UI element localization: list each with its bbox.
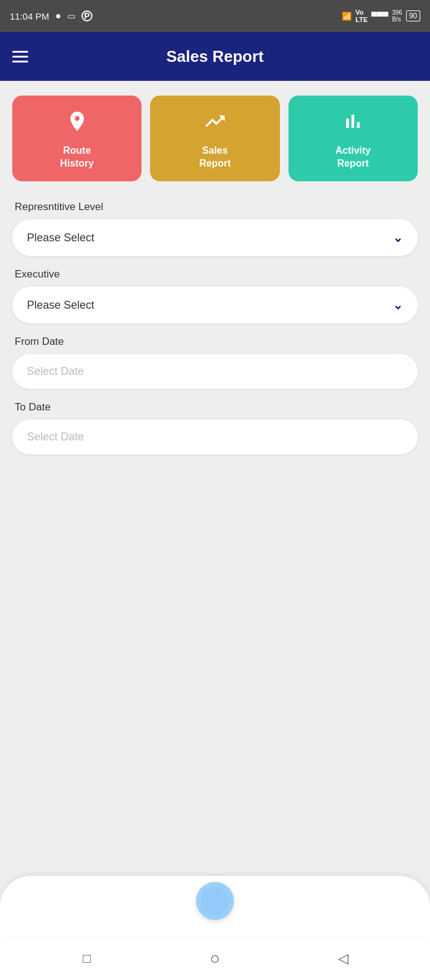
- to-date-section: To Date Select Date: [12, 401, 418, 454]
- executive-value: Please Select: [27, 299, 94, 312]
- fab-button[interactable]: [196, 882, 234, 920]
- executive-select[interactable]: Please Select ⌄: [12, 287, 418, 323]
- triangle-icon: ◁: [338, 951, 349, 967]
- circle-icon: ○: [210, 949, 221, 968]
- representative-level-chevron: ⌄: [393, 230, 403, 245]
- time-display: 11:04 PM: [10, 11, 49, 21]
- status-bar-right: 📶 VoLTE ▀▀▀ 396B/s 90: [342, 9, 420, 23]
- wifi-icon: 📶: [342, 12, 352, 21]
- from-date-label: From Date: [12, 336, 418, 348]
- battery-label: 90: [406, 10, 420, 21]
- nav-home-button[interactable]: ○: [197, 940, 233, 977]
- hamburger-line-3: [12, 61, 28, 62]
- executive-chevron: ⌄: [393, 298, 403, 312]
- cast-icon: ▭: [67, 11, 75, 21]
- sales-report-label: SalesReport: [199, 145, 231, 170]
- to-date-placeholder: Select Date: [27, 431, 84, 443]
- report-card-grid: RouteHistory SalesReport ActivityReport: [12, 96, 418, 181]
- hamburger-line-1: [12, 51, 28, 53]
- representative-level-value: Please Select: [27, 232, 94, 244]
- app-header: Sales Report: [0, 32, 430, 81]
- location-icon: [66, 110, 89, 138]
- to-date-input[interactable]: Select Date: [12, 420, 418, 454]
- square-icon: □: [83, 951, 91, 967]
- representative-level-select[interactable]: Please Select ⌄: [12, 219, 418, 256]
- representative-level-label: Represntitive Level: [12, 201, 418, 213]
- executive-section: Executive Please Select ⌄: [12, 268, 418, 323]
- nav-back-button[interactable]: □: [72, 943, 102, 974]
- route-history-label: RouteHistory: [60, 145, 94, 170]
- p-icon: P: [81, 10, 92, 21]
- main-content: RouteHistory SalesReport ActivityReport …: [0, 81, 430, 679]
- bar-chart-icon: [341, 110, 364, 138]
- from-date-section: From Date Select Date: [12, 336, 418, 389]
- speed-label: 396B/s: [392, 9, 402, 23]
- hamburger-menu[interactable]: [12, 51, 28, 62]
- activity-report-label: ActivityReport: [335, 145, 371, 170]
- status-bar: 11:04 PM ● ▭ P 📶 VoLTE ▀▀▀ 396B/s 90: [0, 0, 430, 32]
- page-title: Sales Report: [40, 47, 390, 66]
- navigation-bar: □ ○ ◁: [0, 937, 430, 980]
- executive-label: Executive: [12, 268, 418, 281]
- from-date-input[interactable]: Select Date: [12, 354, 418, 389]
- trending-icon: [203, 110, 227, 138]
- sales-report-card[interactable]: SalesReport: [150, 96, 279, 181]
- bottom-curve-area: [0, 876, 430, 937]
- whatsapp-icon: ●: [55, 10, 61, 21]
- vo-lte-label: VoLTE: [355, 9, 368, 23]
- representative-level-section: Represntitive Level Please Select ⌄: [12, 201, 418, 256]
- activity-report-card[interactable]: ActivityReport: [289, 96, 418, 181]
- nav-recent-button[interactable]: ◁: [328, 943, 358, 974]
- to-date-label: To Date: [12, 401, 418, 413]
- signal-icon: ▀▀▀: [371, 12, 388, 21]
- fab-inner: [201, 887, 229, 915]
- status-bar-left: 11:04 PM ● ▭ P: [10, 10, 92, 21]
- hamburger-line-2: [12, 56, 28, 58]
- route-history-card[interactable]: RouteHistory: [12, 96, 141, 181]
- from-date-placeholder: Select Date: [27, 365, 84, 377]
